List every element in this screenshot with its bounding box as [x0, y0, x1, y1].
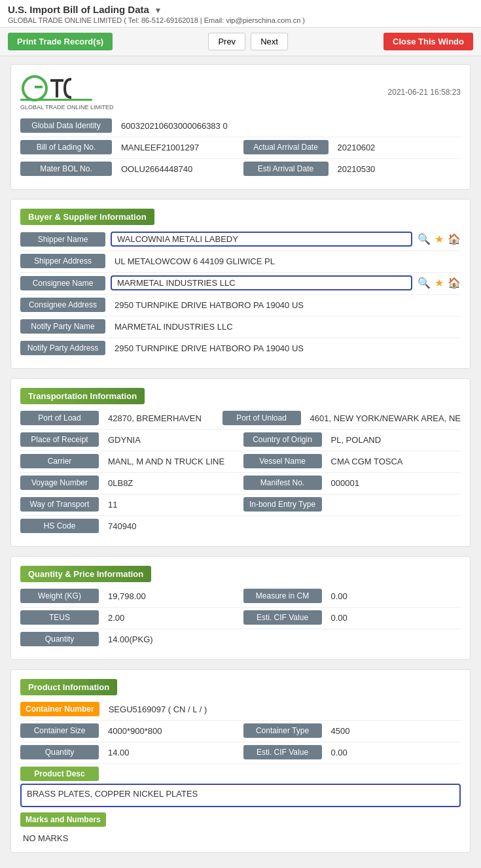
content-area: GLOBAL TRADE ONLINE LIMITED 2021-06-21 1…: [0, 56, 481, 868]
qp-quantity-label: Quantity: [20, 632, 99, 646]
product-quantity-value: 14.00: [104, 748, 238, 757]
shipper-address-row: Shipper Address UL METALOWCOW 6 44109 GL…: [20, 254, 461, 268]
transportation-card: Transportation Information Port of Load …: [10, 378, 471, 547]
shipper-icons: 🔍 ★ 🏠: [418, 233, 461, 245]
svg-rect-4: [20, 99, 92, 101]
product-card: Product Information Container Number SEG…: [10, 669, 471, 853]
consignee-name-value: MARMETAL INDUSTRIES LLC: [111, 275, 412, 290]
shipper-name-row: Shipper Name WALCOWNIA METALI LABEDY 🔍 ★…: [20, 232, 461, 247]
product-desc-section: Product Desc BRASS PLATES, COPPER NICKEL…: [20, 767, 461, 807]
consignee-icons: 🔍 ★ 🏠: [418, 277, 461, 289]
quantity-price-header: Quantity & Price Information: [20, 566, 151, 582]
esti-arrival-value: 20210530: [334, 164, 461, 174]
mater-bol-label: Mater BOL No.: [20, 162, 112, 176]
buyer-supplier-header: Buyer & Supplier Information: [20, 209, 154, 225]
global-id-row: Global Data Identity 6003202106030000663…: [20, 118, 461, 133]
shipper-name-value: WALCOWNIA METALI LABEDY: [111, 232, 412, 247]
qp-esti-cif-value: 0.00: [327, 613, 461, 623]
shipper-name-label: Shipper Name: [20, 232, 105, 247]
port-of-unload-label: Port of Unload: [223, 411, 301, 425]
consignee-address-value: 2950 TURNPIKE DRIVE HATBORO PA 19040 US: [111, 300, 461, 310]
place-of-receipt-label: Place of Receipt: [20, 432, 99, 447]
arrow-icon[interactable]: ▼: [154, 6, 162, 15]
bill-of-lading-value: MANLEEF21001297: [117, 143, 238, 152]
shipper-star-icon[interactable]: ★: [435, 233, 444, 245]
shipper-address-label: Shipper Address: [20, 254, 105, 268]
notify-party-address-row: Notify Party Address 2950 TURNPIKE DRIVE…: [20, 341, 461, 355]
product-quantity-label: Quantity: [20, 745, 99, 759]
carrier-value: MANL, M AND N TRUCK LINE: [104, 457, 238, 466]
prev-button[interactable]: Prev: [208, 33, 245, 50]
weight-label: Weight (KG): [20, 589, 99, 603]
page-title: U.S. Import Bill of Lading Data: [8, 4, 149, 15]
container-size-row: Container Size 4000*900*800 Container Ty…: [20, 723, 461, 738]
shipper-home-icon[interactable]: 🏠: [448, 233, 461, 245]
qp-quantity-row: Quantity 14.00(PKG): [20, 632, 461, 646]
product-desc-label: Product Desc: [20, 767, 99, 781]
shipper-address-value: UL METALOWCOW 6 44109 GLIWICE PL: [111, 256, 461, 266]
consignee-address-label: Consignee Address: [20, 298, 105, 312]
carrier-row: Carrier MANL, M AND N TRUCK LINE Vessel …: [20, 454, 461, 468]
logo-image: [20, 74, 92, 103]
buyer-supplier-card: Buyer & Supplier Information Shipper Nam…: [10, 199, 471, 369]
country-of-origin-label: Country of Origin: [243, 432, 322, 447]
notify-party-name-value: MARMETAL INDUSTRIES LLC: [111, 322, 461, 332]
carrier-label: Carrier: [20, 454, 99, 468]
global-data-identity-label: Global Data Identity: [20, 118, 112, 133]
way-of-transport-label: Way of Transport: [20, 497, 99, 512]
voyage-number-label: Voyage Number: [20, 476, 99, 490]
teus-label: TEUS: [20, 610, 99, 625]
bill-of-lading-label: Bill of Lading No.: [20, 140, 112, 154]
country-of-origin-value: PL, POLAND: [327, 435, 461, 445]
actual-arrival-value: 20210602: [334, 143, 461, 152]
product-esti-cif-label: Esti. CIF Value: [243, 745, 322, 759]
qp-esti-cif-label: Esti. CIF Value: [243, 610, 322, 625]
weight-value: 19,798.00: [104, 591, 238, 601]
qp-quantity-value: 14.00(PKG): [104, 634, 249, 644]
svg-rect-1: [35, 86, 43, 88]
voyage-row: Voyage Number 0LB8Z Manifest No. 000001: [20, 476, 461, 490]
port-of-load-label: Port of Load: [20, 411, 99, 425]
consignee-address-row: Consignee Address 2950 TURNPIKE DRIVE HA…: [20, 298, 461, 312]
shipper-name-value-wrapper: WALCOWNIA METALI LABEDY: [111, 232, 412, 247]
bol-row: Bill of Lading No. MANLEEF21001297 Actua…: [20, 140, 461, 154]
notify-party-name-label: Notify Party Name: [20, 319, 105, 334]
next-button[interactable]: Next: [251, 33, 288, 50]
product-desc-value: BRASS PLATES, COPPER NICKEL PLATES: [20, 784, 461, 807]
quantity-price-card: Quantity & Price Information Weight (KG)…: [10, 556, 471, 660]
place-of-receipt-value: GDYNIA: [104, 435, 238, 445]
consignee-home-icon[interactable]: 🏠: [448, 277, 461, 289]
product-header: Product Information: [20, 679, 117, 695]
logo-card: GLOBAL TRADE ONLINE LIMITED 2021-06-21 1…: [10, 64, 471, 190]
way-transport-row: Way of Transport 11 In-bond Entry Type: [20, 497, 461, 512]
consignee-star-icon[interactable]: ★: [435, 277, 444, 289]
way-of-transport-value: 11: [104, 500, 238, 510]
marks-label: Marks and Numbers: [20, 812, 106, 827]
place-receipt-row: Place of Receipt GDYNIA Country of Origi…: [20, 432, 461, 447]
container-number-label: Container Number: [20, 702, 99, 716]
voyage-number-value: 0LB8Z: [104, 478, 238, 488]
transportation-header: Transportation Information: [20, 388, 145, 404]
logo-area: GLOBAL TRADE ONLINE LIMITED: [20, 74, 114, 111]
hs-code-value: 740940: [104, 521, 249, 531]
consignee-name-label: Consignee Name: [20, 276, 105, 290]
container-size-label: Container Size: [20, 723, 99, 738]
measure-label: Measure in CM: [243, 589, 322, 603]
close-button[interactable]: Close This Windo: [383, 33, 473, 50]
svg-rect-3: [56, 79, 58, 97]
notify-party-address-value: 2950 TURNPIKE DRIVE HATBORO PA 19040 US: [111, 343, 461, 353]
subtitle: GLOBAL TRADE ONLINE LIMITED ( Tel: 86-51…: [8, 16, 473, 24]
consignee-name-row: Consignee Name MARMETAL INDUSTRIES LLC 🔍…: [20, 275, 461, 290]
product-esti-cif-value: 0.00: [327, 748, 461, 757]
hs-code-row: HS Code 740940: [20, 519, 461, 533]
hs-code-label: HS Code: [20, 519, 99, 533]
timestamp: 2021-06-21 16:58:23: [388, 88, 461, 97]
port-of-load-value: 42870, BREMERHAVEN: [104, 413, 217, 423]
notify-party-name-row: Notify Party Name MARMETAL INDUSTRIES LL…: [20, 319, 461, 334]
print-button[interactable]: Print Trade Record(s): [8, 33, 113, 50]
consignee-search-icon[interactable]: 🔍: [418, 277, 431, 289]
marks-value: NO MARKS: [20, 833, 461, 843]
container-number-value: SEGU5169097 ( CN / L / ): [105, 704, 461, 714]
weight-row: Weight (KG) 19,798.00 Measure in CM 0.00: [20, 589, 461, 603]
shipper-search-icon[interactable]: 🔍: [418, 233, 431, 245]
